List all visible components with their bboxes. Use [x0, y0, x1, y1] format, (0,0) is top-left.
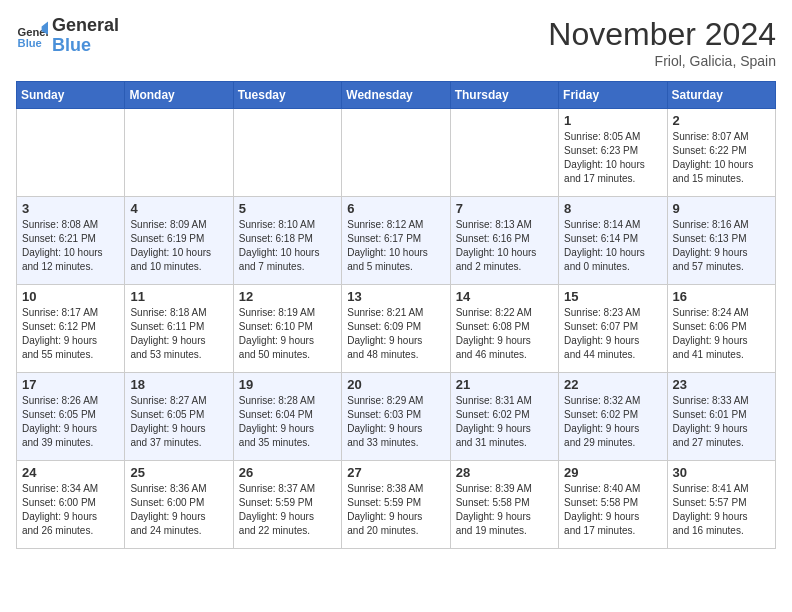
day-number: 27: [347, 465, 444, 480]
weekday-header: Thursday: [450, 82, 558, 109]
day-number: 21: [456, 377, 553, 392]
day-info: Sunrise: 8:31 AM Sunset: 6:02 PM Dayligh…: [456, 394, 553, 450]
location: Friol, Galicia, Spain: [548, 53, 776, 69]
day-info: Sunrise: 8:18 AM Sunset: 6:11 PM Dayligh…: [130, 306, 227, 362]
day-info: Sunrise: 8:27 AM Sunset: 6:05 PM Dayligh…: [130, 394, 227, 450]
calendar-week-row: 1Sunrise: 8:05 AM Sunset: 6:23 PM Daylig…: [17, 109, 776, 197]
weekday-header: Monday: [125, 82, 233, 109]
day-number: 10: [22, 289, 119, 304]
day-info: Sunrise: 8:10 AM Sunset: 6:18 PM Dayligh…: [239, 218, 336, 274]
calendar-cell: 13Sunrise: 8:21 AM Sunset: 6:09 PM Dayli…: [342, 285, 450, 373]
calendar-cell: 4Sunrise: 8:09 AM Sunset: 6:19 PM Daylig…: [125, 197, 233, 285]
day-info: Sunrise: 8:07 AM Sunset: 6:22 PM Dayligh…: [673, 130, 770, 186]
day-number: 3: [22, 201, 119, 216]
day-number: 20: [347, 377, 444, 392]
day-info: Sunrise: 8:05 AM Sunset: 6:23 PM Dayligh…: [564, 130, 661, 186]
day-info: Sunrise: 8:32 AM Sunset: 6:02 PM Dayligh…: [564, 394, 661, 450]
calendar-cell: 24Sunrise: 8:34 AM Sunset: 6:00 PM Dayli…: [17, 461, 125, 549]
day-number: 1: [564, 113, 661, 128]
calendar-cell: 26Sunrise: 8:37 AM Sunset: 5:59 PM Dayli…: [233, 461, 341, 549]
calendar-cell: 11Sunrise: 8:18 AM Sunset: 6:11 PM Dayli…: [125, 285, 233, 373]
day-info: Sunrise: 8:09 AM Sunset: 6:19 PM Dayligh…: [130, 218, 227, 274]
day-number: 25: [130, 465, 227, 480]
calendar-cell: 10Sunrise: 8:17 AM Sunset: 6:12 PM Dayli…: [17, 285, 125, 373]
calendar-cell: [342, 109, 450, 197]
day-info: Sunrise: 8:17 AM Sunset: 6:12 PM Dayligh…: [22, 306, 119, 362]
calendar-cell: 9Sunrise: 8:16 AM Sunset: 6:13 PM Daylig…: [667, 197, 775, 285]
calendar-table: SundayMondayTuesdayWednesdayThursdayFrid…: [16, 81, 776, 549]
day-number: 24: [22, 465, 119, 480]
day-info: Sunrise: 8:36 AM Sunset: 6:00 PM Dayligh…: [130, 482, 227, 538]
weekday-header: Sunday: [17, 82, 125, 109]
svg-text:Blue: Blue: [18, 37, 42, 49]
day-info: Sunrise: 8:33 AM Sunset: 6:01 PM Dayligh…: [673, 394, 770, 450]
calendar-cell: 6Sunrise: 8:12 AM Sunset: 6:17 PM Daylig…: [342, 197, 450, 285]
calendar-cell: 25Sunrise: 8:36 AM Sunset: 6:00 PM Dayli…: [125, 461, 233, 549]
calendar-cell: 16Sunrise: 8:24 AM Sunset: 6:06 PM Dayli…: [667, 285, 775, 373]
calendar-cell: 19Sunrise: 8:28 AM Sunset: 6:04 PM Dayli…: [233, 373, 341, 461]
day-info: Sunrise: 8:37 AM Sunset: 5:59 PM Dayligh…: [239, 482, 336, 538]
calendar-cell: 17Sunrise: 8:26 AM Sunset: 6:05 PM Dayli…: [17, 373, 125, 461]
calendar-cell: 20Sunrise: 8:29 AM Sunset: 6:03 PM Dayli…: [342, 373, 450, 461]
day-number: 17: [22, 377, 119, 392]
day-info: Sunrise: 8:14 AM Sunset: 6:14 PM Dayligh…: [564, 218, 661, 274]
logo: General Blue GeneralBlue: [16, 16, 119, 56]
header: General Blue GeneralBlue November 2024 F…: [16, 16, 776, 69]
calendar-cell: 12Sunrise: 8:19 AM Sunset: 6:10 PM Dayli…: [233, 285, 341, 373]
weekday-header: Wednesday: [342, 82, 450, 109]
logo-icon: General Blue: [16, 20, 48, 52]
calendar-cell: 23Sunrise: 8:33 AM Sunset: 6:01 PM Dayli…: [667, 373, 775, 461]
day-number: 4: [130, 201, 227, 216]
day-info: Sunrise: 8:41 AM Sunset: 5:57 PM Dayligh…: [673, 482, 770, 538]
day-number: 2: [673, 113, 770, 128]
calendar-week-row: 17Sunrise: 8:26 AM Sunset: 6:05 PM Dayli…: [17, 373, 776, 461]
calendar-cell: [450, 109, 558, 197]
day-info: Sunrise: 8:08 AM Sunset: 6:21 PM Dayligh…: [22, 218, 119, 274]
calendar-cell: 18Sunrise: 8:27 AM Sunset: 6:05 PM Dayli…: [125, 373, 233, 461]
day-number: 5: [239, 201, 336, 216]
calendar-cell: 1Sunrise: 8:05 AM Sunset: 6:23 PM Daylig…: [559, 109, 667, 197]
day-info: Sunrise: 8:19 AM Sunset: 6:10 PM Dayligh…: [239, 306, 336, 362]
day-number: 6: [347, 201, 444, 216]
weekday-header: Tuesday: [233, 82, 341, 109]
day-info: Sunrise: 8:23 AM Sunset: 6:07 PM Dayligh…: [564, 306, 661, 362]
day-info: Sunrise: 8:24 AM Sunset: 6:06 PM Dayligh…: [673, 306, 770, 362]
title-block: November 2024 Friol, Galicia, Spain: [548, 16, 776, 69]
day-number: 14: [456, 289, 553, 304]
day-number: 8: [564, 201, 661, 216]
day-number: 26: [239, 465, 336, 480]
calendar-week-row: 10Sunrise: 8:17 AM Sunset: 6:12 PM Dayli…: [17, 285, 776, 373]
day-info: Sunrise: 8:22 AM Sunset: 6:08 PM Dayligh…: [456, 306, 553, 362]
day-info: Sunrise: 8:26 AM Sunset: 6:05 PM Dayligh…: [22, 394, 119, 450]
day-number: 13: [347, 289, 444, 304]
day-number: 12: [239, 289, 336, 304]
day-info: Sunrise: 8:16 AM Sunset: 6:13 PM Dayligh…: [673, 218, 770, 274]
calendar-cell: 22Sunrise: 8:32 AM Sunset: 6:02 PM Dayli…: [559, 373, 667, 461]
calendar-cell: 14Sunrise: 8:22 AM Sunset: 6:08 PM Dayli…: [450, 285, 558, 373]
calendar-cell: 30Sunrise: 8:41 AM Sunset: 5:57 PM Dayli…: [667, 461, 775, 549]
day-number: 16: [673, 289, 770, 304]
day-info: Sunrise: 8:28 AM Sunset: 6:04 PM Dayligh…: [239, 394, 336, 450]
day-info: Sunrise: 8:13 AM Sunset: 6:16 PM Dayligh…: [456, 218, 553, 274]
day-number: 18: [130, 377, 227, 392]
month-title: November 2024: [548, 16, 776, 53]
day-number: 9: [673, 201, 770, 216]
day-number: 30: [673, 465, 770, 480]
calendar-cell: [125, 109, 233, 197]
day-number: 28: [456, 465, 553, 480]
calendar-cell: 7Sunrise: 8:13 AM Sunset: 6:16 PM Daylig…: [450, 197, 558, 285]
day-info: Sunrise: 8:34 AM Sunset: 6:00 PM Dayligh…: [22, 482, 119, 538]
logo-text: GeneralBlue: [52, 16, 119, 56]
day-number: 11: [130, 289, 227, 304]
calendar-week-row: 24Sunrise: 8:34 AM Sunset: 6:00 PM Dayli…: [17, 461, 776, 549]
weekday-header: Friday: [559, 82, 667, 109]
calendar-cell: 15Sunrise: 8:23 AM Sunset: 6:07 PM Dayli…: [559, 285, 667, 373]
calendar-cell: [17, 109, 125, 197]
calendar-cell: 28Sunrise: 8:39 AM Sunset: 5:58 PM Dayli…: [450, 461, 558, 549]
weekday-header-row: SundayMondayTuesdayWednesdayThursdayFrid…: [17, 82, 776, 109]
day-info: Sunrise: 8:40 AM Sunset: 5:58 PM Dayligh…: [564, 482, 661, 538]
day-info: Sunrise: 8:21 AM Sunset: 6:09 PM Dayligh…: [347, 306, 444, 362]
weekday-header: Saturday: [667, 82, 775, 109]
calendar-cell: 8Sunrise: 8:14 AM Sunset: 6:14 PM Daylig…: [559, 197, 667, 285]
calendar-week-row: 3Sunrise: 8:08 AM Sunset: 6:21 PM Daylig…: [17, 197, 776, 285]
